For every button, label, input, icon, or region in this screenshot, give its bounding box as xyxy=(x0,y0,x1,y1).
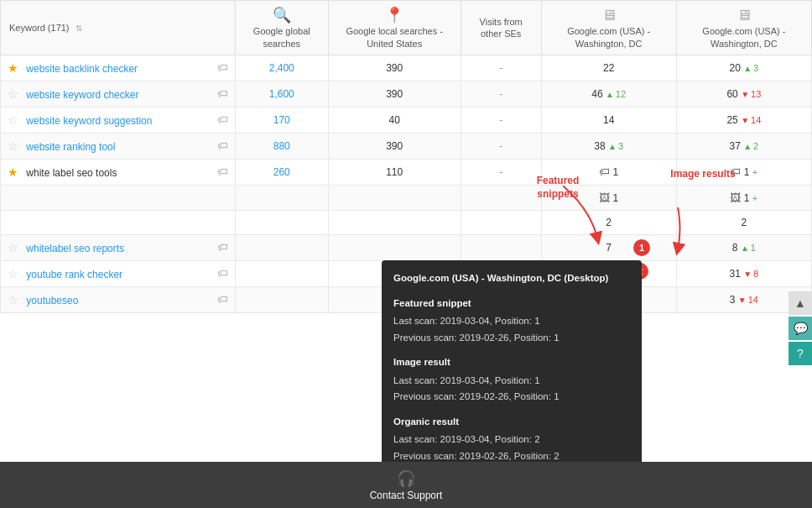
google-global-cell: 170 xyxy=(236,107,329,133)
star-filled-icon[interactable]: ★ xyxy=(8,165,18,179)
rank2-cell: 25 ▼14 xyxy=(676,107,811,133)
tag-icon[interactable]: 🏷 xyxy=(217,165,228,178)
arrow-up-icon: ▲ xyxy=(608,142,617,151)
chat-icon: 💬 xyxy=(794,322,808,335)
google-local-cell: 110 xyxy=(328,159,461,185)
sort-icon[interactable]: ⇅ xyxy=(75,24,82,33)
image-icon: 🖼 xyxy=(730,191,741,204)
keyword-cell: ☆ whitelabel seo reports 🏷 xyxy=(1,234,236,260)
global-value: 880 xyxy=(273,140,290,152)
google-local-cell: 390 xyxy=(328,133,461,159)
keyword-link[interactable]: website keyword suggestion xyxy=(26,115,152,127)
rank2-cell: 37 ▲2 xyxy=(676,133,811,159)
keyword-cell xyxy=(1,210,236,234)
col-header-google-local: 📍 Google local searches - United States xyxy=(328,1,461,55)
google-global-cell xyxy=(236,260,329,286)
star-filled-icon[interactable]: ★ xyxy=(8,61,18,75)
arrow-down-icon: ▼ xyxy=(738,296,747,305)
scroll-up-button[interactable]: ▲ xyxy=(789,291,812,315)
keyword-link[interactable]: website backlink checker xyxy=(26,63,138,75)
google-global-cell: 260 xyxy=(236,159,329,185)
keyword-link[interactable]: youtube rank checker xyxy=(26,269,122,280)
tag-icon[interactable]: 🏷 xyxy=(217,267,228,280)
table-wrapper: Keyword (171) ⇅ 🔍 Google global searches… xyxy=(0,0,812,462)
help-button[interactable]: ? xyxy=(789,342,812,365)
col-header-google-dc1: 🖥 Google.com (USA) - Washington, DC xyxy=(541,1,676,55)
keyword-link[interactable]: website keyword checker xyxy=(26,89,138,101)
rank1-cell: 46 ▲12 xyxy=(541,81,676,107)
tooltip-featured-label: Featured snippet xyxy=(393,296,630,312)
tooltip-image-prev: Previous scan: 2019-02-26, Position: 1 xyxy=(393,389,630,406)
help-icon: ? xyxy=(797,347,804,360)
tooltip-organic-prev: Previous scan: 2019-02-26, Position: 2 xyxy=(393,448,630,462)
tag-icon[interactable]: 🏷 xyxy=(217,87,228,100)
rank2-cell: 31 ▼8 xyxy=(676,260,811,286)
keyword-link[interactable]: youtubeseo xyxy=(26,295,78,306)
tooltip-organic-last: Last scan: 2019-03-04, Position: 2 xyxy=(393,432,630,448)
google-local-cell xyxy=(328,210,461,234)
google-global-cell xyxy=(236,185,329,210)
star-empty-icon[interactable]: ☆ xyxy=(8,241,18,254)
chat-button[interactable]: 💬 xyxy=(789,317,812,340)
col-header-keyword[interactable]: Keyword (171) ⇅ xyxy=(1,1,236,55)
global-value: 170 xyxy=(273,114,290,126)
tag-icon[interactable]: 🏷 xyxy=(217,293,228,306)
google-global-cell xyxy=(236,210,329,234)
global-value: 1,600 xyxy=(269,88,294,100)
annotation-image-results: Image results xyxy=(669,168,737,181)
google-global-cell: 880 xyxy=(236,133,329,159)
tag-icon[interactable]: 🏷 xyxy=(217,139,228,152)
other-ses-cell: - xyxy=(461,107,541,133)
rank1-cell: 38 ▲3 xyxy=(541,133,676,159)
google-local-cell xyxy=(328,234,461,260)
star-empty-icon[interactable]: ☆ xyxy=(8,87,18,101)
col-google-dc2-icon: 🖥 xyxy=(684,6,804,25)
col-google-local-icon: 📍 xyxy=(336,6,454,25)
tag-icon[interactable]: 🏷 xyxy=(217,113,228,126)
star-empty-icon[interactable]: ☆ xyxy=(8,139,18,153)
annotation-circle-1: 1 xyxy=(633,239,650,256)
star-empty-icon[interactable]: ☆ xyxy=(8,267,18,280)
arrow-up-icon: ▲ xyxy=(743,64,752,73)
other-ses-cell xyxy=(461,210,541,234)
keyword-cell: ☆ youtubeseo 🏷 xyxy=(1,286,236,312)
google-global-cell xyxy=(236,234,329,260)
table-row: ★ website backlink checker 🏷 2,400 390 -… xyxy=(1,55,812,81)
table-row: ☆ website keyword checker 🏷 1,600 390 - … xyxy=(1,81,812,107)
keyword-cell: ★ website backlink checker 🏷 xyxy=(1,55,236,81)
annotation-arrow-image xyxy=(657,203,699,256)
scroll-up-icon: ▲ xyxy=(794,296,806,310)
tooltip-header: Google.com (USA) - Washington, DC (Deskt… xyxy=(393,270,630,287)
google-local-cell: 40 xyxy=(328,107,461,133)
global-value: 2,400 xyxy=(269,62,294,74)
other-ses-cell xyxy=(461,234,541,260)
col-header-other-ses: Visits from other SEs xyxy=(461,1,541,55)
contact-support-label[interactable]: Contact Support xyxy=(370,490,443,501)
keyword-text: white label seo tools xyxy=(26,167,117,179)
arrow-up-icon: ▲ xyxy=(741,244,749,253)
footer: 🎧 Contact Support xyxy=(0,462,812,508)
tag-icon[interactable]: 🏷 xyxy=(217,61,228,74)
tooltip-image-last: Last scan: 2019-03-04, Position: 1 xyxy=(393,373,630,390)
tooltip-featured-last: Last scan: 2019-03-04, Position: 1 xyxy=(393,313,630,330)
tooltip-organic-section: Organic result Last scan: 2019-03-04, Po… xyxy=(393,414,630,462)
arrow-up-icon: ▲ xyxy=(743,142,752,151)
keyword-cell: ☆ website ranking tool 🏷 xyxy=(1,133,236,159)
local-value: 390 xyxy=(386,62,403,74)
keyword-link[interactable]: whitelabel seo reports xyxy=(26,243,124,254)
keyword-cell xyxy=(1,185,236,210)
global-value: 260 xyxy=(273,166,290,178)
rank2-cell: 60 ▼13 xyxy=(676,81,811,107)
keyword-link[interactable]: website ranking tool xyxy=(26,141,115,153)
tooltip-featured-section: Featured snippet Last scan: 2019-03-04, … xyxy=(393,296,630,347)
star-empty-icon[interactable]: ☆ xyxy=(8,293,18,306)
other-ses-cell: - xyxy=(461,133,541,159)
tooltip-image-label: Image result xyxy=(393,354,630,371)
tag-icon[interactable]: 🏷 xyxy=(217,241,228,254)
arrow-down-icon: ▼ xyxy=(743,270,752,279)
google-local-cell xyxy=(328,185,461,210)
tooltip-image-section: Image result Last scan: 2019-03-04, Posi… xyxy=(393,354,630,406)
main-container: Keyword (171) ⇅ 🔍 Google global searches… xyxy=(0,0,812,508)
col-header-google-dc2: 🖥 Google.com (USA) - Washington, DC xyxy=(676,1,811,55)
star-empty-icon[interactable]: ☆ xyxy=(8,113,18,127)
